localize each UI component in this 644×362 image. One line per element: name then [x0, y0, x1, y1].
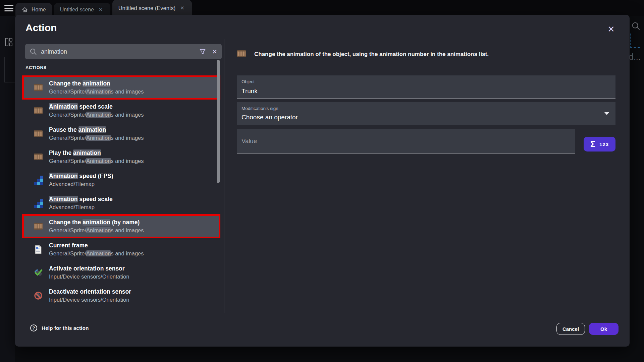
action-title: Animation speed (FPS)	[49, 173, 113, 179]
panels-icon[interactable]	[5, 38, 13, 48]
sprite-animation-icon	[33, 130, 43, 138]
action-text: Play the animationGeneral/Sprite/Animati…	[49, 149, 144, 164]
action-text: Animation speed scaleGeneral/Sprite/Anim…	[49, 103, 144, 118]
action-subtitle: Advanced/Tilemap	[49, 204, 113, 210]
action-text: Animation speed (FPS)Advanced/Tilemap	[49, 173, 113, 187]
operator-select[interactable]: Modification's sign Choose an operator	[237, 102, 615, 125]
action-subtitle: General/Sprite/Animations and images	[49, 88, 144, 95]
filter-icon[interactable]	[198, 49, 208, 55]
action-title: Change the animation	[49, 80, 144, 87]
object-field-value: Trunk	[241, 87, 258, 95]
action-title: Play the animation	[49, 149, 144, 156]
action-text: Deactivate orientation sensorInput/Devic…	[49, 288, 131, 303]
action-title: Current frame	[49, 242, 144, 249]
help-label: Help for this action	[42, 325, 89, 331]
action-subtitle: General/Sprite/Animations and images	[49, 250, 144, 257]
action-list-item[interactable]: Animation speed scaleGeneral/Sprite/Anim…	[24, 100, 219, 121]
dialog-title: Action	[25, 22, 57, 34]
help-link[interactable]: ? Help for this action	[30, 324, 89, 331]
action-title: Change the animation (by name)	[49, 219, 144, 226]
cancel-button[interactable]: Cancel	[556, 323, 585, 335]
action-title: Deactivate orientation sensor	[49, 288, 131, 295]
background-panel-outline	[4, 57, 15, 82]
tab-label: Home	[32, 7, 46, 13]
truncated-event-text: d...	[629, 52, 641, 62]
tilemap-icon	[33, 176, 43, 185]
close-icon[interactable]: ✕	[605, 23, 617, 35]
action-text: Change the animation (by name)General/Sp…	[49, 219, 144, 233]
tab-untitled-scene[interactable]: Untitled scene✕	[54, 3, 110, 16]
action-list: Change the animationGeneral/Sprite/Anima…	[24, 77, 219, 308]
action-text: Current frameGeneral/Sprite/Animations a…	[49, 242, 144, 256]
chevron-down-icon	[604, 112, 609, 115]
sprite-animation-icon	[33, 222, 43, 230]
action-list-item[interactable]: Animation speed scaleAdvanced/Tilemap	[24, 193, 219, 214]
sprite-animation-icon	[237, 50, 246, 59]
action-list-item[interactable]: Deactivate orientation sensorInput/Devic…	[24, 285, 219, 306]
actions-section-header: ACTIONS	[25, 65, 47, 70]
left-toolbar-strip	[0, 16, 15, 362]
action-subtitle: Input/Device sensors/Orientation	[49, 297, 131, 303]
action-text: Pause the animationGeneral/Sprite/Animat…	[49, 126, 144, 141]
clear-icon[interactable]: ✕	[210, 48, 220, 56]
action-subtitle: General/Sprite/Animations and images	[49, 227, 144, 234]
action-subtitle: General/Sprite/Animations and images	[49, 112, 144, 118]
action-list-item[interactable]: Play the animationGeneral/Sprite/Animati…	[24, 146, 219, 167]
sigma-icon: Σ	[590, 140, 595, 148]
tab-label: Untitled scene (Events)	[118, 5, 176, 11]
action-list-item[interactable]: Current frameGeneral/Sprite/Animations a…	[24, 239, 219, 260]
action-subtitle: Input/Device sensors/Orientation	[49, 274, 129, 280]
event-drop-indicator	[630, 34, 640, 48]
sensor-activate-icon	[33, 268, 43, 277]
tab-untitled-scene-events[interactable]: Untitled scene (Events)✕	[112, 0, 192, 16]
tab-close-icon[interactable]: ✕	[97, 6, 104, 13]
action-title: Activate orientation sensor	[49, 265, 129, 272]
action-dialog: Action ✕ ✕ ACTIONS Change the animationG…	[15, 15, 630, 347]
list-scrollbar[interactable]	[217, 60, 220, 183]
operator-field-value: Choose an operator	[241, 114, 298, 121]
expression-builder-button[interactable]: Σ 123	[584, 137, 615, 152]
action-list-item[interactable]: Pause the animationGeneral/Sprite/Animat…	[24, 123, 219, 144]
frame-icon	[33, 245, 43, 254]
tab-close-icon[interactable]: ✕	[179, 4, 186, 12]
sprite-animation-icon	[33, 83, 43, 92]
action-text: Change the animationGeneral/Sprite/Anima…	[49, 80, 144, 95]
action-search-bar: ✕	[25, 44, 222, 59]
tab-label: Untitled scene	[60, 7, 94, 13]
events-search-icon[interactable]	[631, 21, 640, 32]
tilemap-icon	[33, 199, 43, 208]
hamburger-icon[interactable]	[4, 5, 13, 11]
action-description: Change the animation of the object, usin…	[254, 51, 489, 58]
operator-field-label: Modification's sign	[241, 106, 278, 111]
value-input[interactable]	[237, 129, 575, 153]
sensor-deactivate-icon	[33, 291, 43, 300]
ok-button[interactable]: Ok	[589, 323, 619, 335]
app-window: HomeUntitled scene✕Untitled scene (Event…	[0, 0, 644, 362]
search-icon	[30, 48, 37, 55]
action-list-item[interactable]: Animation speed (FPS)Advanced/Tilemap	[24, 170, 219, 190]
tab-home[interactable]: Home	[15, 3, 52, 16]
action-text: Activate orientation sensorInput/Device …	[49, 265, 129, 280]
search-input[interactable]	[40, 48, 198, 56]
expression-123-label: 123	[599, 141, 609, 147]
action-subtitle: Advanced/Tilemap	[49, 181, 113, 187]
editor-tab-bar: HomeUntitled scene✕Untitled scene (Event…	[0, 0, 644, 16]
help-icon: ?	[30, 324, 37, 331]
panel-divider	[224, 39, 224, 313]
object-field[interactable]: Object Trunk	[237, 75, 615, 99]
home-icon	[21, 7, 28, 13]
tab-strip: HomeUntitled scene✕Untitled scene (Event…	[15, 0, 194, 16]
action-text: Animation speed scaleAdvanced/Tilemap	[49, 196, 113, 210]
sprite-animation-icon	[33, 153, 43, 161]
action-title: Pause the animation	[49, 126, 144, 133]
action-title: Animation speed scale	[49, 103, 144, 110]
action-list-item[interactable]: Activate orientation sensorInput/Device …	[24, 262, 219, 283]
action-list-item[interactable]: Change the animation (by name)General/Sp…	[24, 216, 219, 237]
action-description-row: Change the animation of the object, usin…	[237, 50, 615, 59]
action-list-item[interactable]: Change the animationGeneral/Sprite/Anima…	[24, 77, 219, 98]
action-title: Animation speed scale	[49, 196, 113, 202]
value-field	[237, 129, 575, 154]
sprite-animation-icon	[33, 107, 43, 115]
object-field-label: Object	[241, 79, 255, 84]
action-subtitle: General/Sprite/Animations and images	[49, 135, 144, 141]
